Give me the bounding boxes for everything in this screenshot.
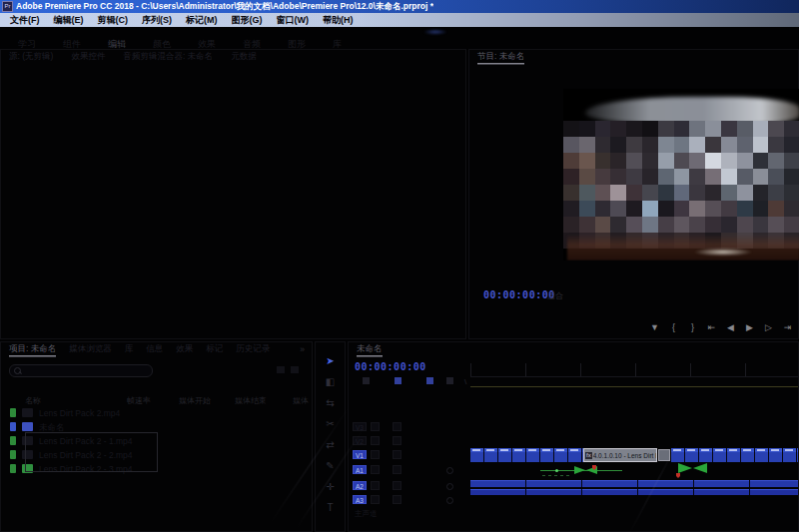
record-arm-button[interactable] <box>446 483 453 490</box>
source-panel-tab[interactable]: 音频剪辑混合器: 未命名 <box>123 51 213 63</box>
fx-badge: fx <box>585 452 592 459</box>
program-tab[interactable]: 节目: 未命名 <box>477 51 524 63</box>
track-select-tool[interactable]: ◧ <box>326 377 335 387</box>
menu-item[interactable]: 编辑(E) <box>47 14 91 27</box>
label-chip[interactable] <box>10 408 16 417</box>
selected-video-clip[interactable]: fx 4.0.1.0.10 - Lens Dirt Pack 2 <box>583 448 657 462</box>
project-panel-tab[interactable]: 历史记录 <box>236 343 270 355</box>
go-to-in-button[interactable]: ⇤ <box>704 322 719 332</box>
solo-toggle[interactable] <box>393 465 401 474</box>
panel-overflow-chevron[interactable]: » <box>300 344 305 354</box>
record-arm-button[interactable] <box>446 467 453 474</box>
source-panel: 源: (无剪辑)效果控件音频剪辑混合器: 未命名元数据 <box>0 49 466 339</box>
pen-tool[interactable]: ✎ <box>326 461 334 471</box>
project-panel-tab[interactable]: 媒体浏览器 <box>69 343 112 355</box>
menu-item[interactable]: 窗口(W) <box>270 14 317 27</box>
label-chip[interactable] <box>10 422 16 431</box>
project-item-row[interactable]: Lens Dirt Pack 2.mp4 <box>1 406 312 419</box>
track-lock-toggle[interactable] <box>371 450 380 459</box>
linked-selection-icon[interactable] <box>426 377 433 384</box>
track-output-toggle[interactable] <box>393 450 401 459</box>
project-panel-tab[interactable]: 标记 <box>206 343 223 355</box>
keyframe-node[interactable] <box>555 469 558 472</box>
selection-tool[interactable]: ➤ <box>326 356 334 366</box>
zoom-fit-select[interactable]: 适合 <box>547 290 563 301</box>
menu-item[interactable]: 帮助(H) <box>316 14 361 27</box>
selected-keyframe-marker[interactable] <box>676 473 680 478</box>
source-panel-tab[interactable]: 元数据 <box>231 51 257 63</box>
label-chip[interactable] <box>10 450 16 459</box>
column-header-media[interactable]: 媒体 <box>293 395 309 406</box>
source-patch-v1[interactable]: V1 <box>353 450 367 459</box>
mute-toggle[interactable] <box>371 481 380 490</box>
add-marker-button[interactable]: ▼ <box>647 322 662 332</box>
add-marker-icon[interactable] <box>446 377 453 384</box>
mosaic-block <box>563 153 579 169</box>
project-panel-tab[interactable]: 信息 <box>146 343 163 355</box>
menu-item[interactable]: 序列(S) <box>135 14 179 27</box>
program-video-frame[interactable] <box>563 89 799 261</box>
play-button[interactable]: ▶ <box>742 322 757 332</box>
project-panel-tab[interactable]: 库 <box>125 343 134 355</box>
mark-out-button[interactable]: } <box>685 322 700 332</box>
project-search-input[interactable] <box>9 364 153 377</box>
mosaic-block <box>626 185 642 201</box>
item-name[interactable]: Lens Dirt Pack 2.mp4 <box>39 408 120 418</box>
snap-icon[interactable] <box>395 377 401 384</box>
search-icon <box>14 367 21 374</box>
project-panel-tab[interactable]: 项目: 未命名 <box>9 343 56 355</box>
list-view-icon[interactable] <box>277 366 285 373</box>
timeline-settings-icon[interactable]: \ <box>464 377 471 384</box>
record-arm-button[interactable] <box>446 497 453 504</box>
mosaic-block <box>753 217 769 233</box>
video-clip[interactable] <box>470 448 583 462</box>
label-chip[interactable] <box>10 436 16 445</box>
work-area-bar <box>470 386 798 387</box>
track-lock-toggle[interactable] <box>371 436 380 445</box>
source-panel-tab[interactable]: 源: (无剪辑) <box>9 51 53 63</box>
project-panel-tab[interactable]: 效果 <box>176 343 193 355</box>
source-patch-a3[interactable]: A3 <box>353 495 367 504</box>
nest-toggle-icon[interactable] <box>363 377 370 384</box>
type-tool[interactable]: T <box>327 503 333 513</box>
column-header-media-end[interactable]: 媒体结束 <box>235 395 267 406</box>
video-clip[interactable] <box>671 448 798 462</box>
source-patch-a2[interactable]: A2 <box>353 481 367 490</box>
program-timecode[interactable]: 00:00:00:00 <box>483 289 555 300</box>
step-forward-button[interactable]: ▷ <box>761 322 776 332</box>
track-lock-toggle[interactable] <box>371 422 380 431</box>
sequence-tab[interactable]: 未命名 <box>357 343 383 355</box>
go-to-out-button[interactable]: ⇥ <box>780 322 795 332</box>
slip-tool[interactable]: ⇄ <box>326 440 334 450</box>
menu-item[interactable]: 图形(G) <box>225 14 270 27</box>
source-patch-a1[interactable]: A1 <box>353 465 367 474</box>
menu-item[interactable]: 标记(M) <box>179 14 225 27</box>
audio-track-a3-content[interactable] <box>470 489 798 495</box>
ripple-edit-tool[interactable]: ⇆ <box>326 398 334 408</box>
mute-toggle[interactable] <box>371 495 380 504</box>
label-chip[interactable] <box>10 464 16 473</box>
step-back-button[interactable]: ◀ <box>723 322 738 332</box>
solo-toggle[interactable] <box>393 481 401 490</box>
master-track-label[interactable]: 主声道 <box>355 509 378 519</box>
column-header-name[interactable]: 名称 <box>25 395 41 406</box>
track-output-toggle[interactable] <box>393 422 401 431</box>
mark-in-button[interactable]: { <box>666 322 681 332</box>
timeline-timecode[interactable]: 00:00:00:00 <box>355 361 426 372</box>
keyframe-ramp <box>574 466 585 474</box>
menu-item[interactable]: 文件(F) <box>3 14 47 27</box>
column-header-framerate[interactable]: 帧速率 <box>127 395 151 406</box>
mute-toggle[interactable] <box>371 465 380 474</box>
solo-toggle[interactable] <box>393 495 401 504</box>
mosaic-block <box>784 137 799 153</box>
track-output-toggle[interactable] <box>393 436 401 445</box>
menu-item[interactable]: 剪辑(C) <box>91 14 136 27</box>
source-panel-tab[interactable]: 效果控件 <box>71 51 105 63</box>
mosaic-block <box>595 137 611 153</box>
icon-view-icon[interactable] <box>291 366 299 373</box>
source-patch-v3[interactable]: V3 <box>353 422 367 431</box>
time-ruler[interactable] <box>470 363 798 377</box>
column-header-media-start[interactable]: 媒体开始 <box>179 395 211 406</box>
audio-track-a2-content[interactable] <box>470 480 798 487</box>
pixelated-mosaic-image <box>563 121 799 249</box>
